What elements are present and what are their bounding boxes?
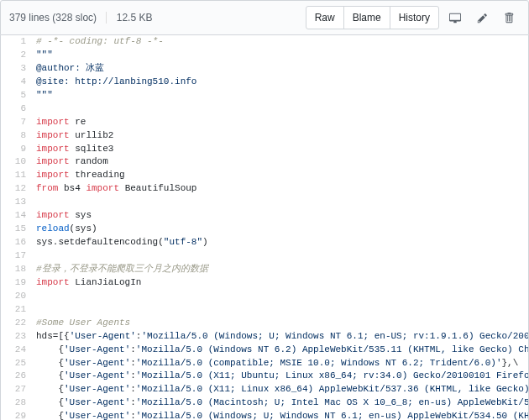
code-line: 15reload(sys) <box>1 223 529 236</box>
line-number[interactable]: 23 <box>1 330 33 344</box>
code-line: 23hds=[{'User-Agent':'Mozilla/5.0 (Windo… <box>1 330 529 344</box>
code-line: 10import random <box>1 155 529 169</box>
code-line: 17 <box>1 249 529 263</box>
line-content: #登录，不登录不能爬取三个月之内的数据 <box>33 263 529 276</box>
code-line: 8import urllib2 <box>1 129 529 143</box>
code-line: 21 <box>1 303 529 317</box>
line-number[interactable]: 3 <box>1 62 33 76</box>
line-content: {'User-Agent':'Mozilla/5.0 (Windows; U; … <box>33 410 529 420</box>
line-content: {'User-Agent':'Mozilla/5.0 (X11; Ubuntu;… <box>33 370 529 383</box>
line-number[interactable]: 27 <box>1 383 33 396</box>
code-line: 28 {'User-Agent':'Mozilla/5.0 (Macintosh… <box>1 396 529 410</box>
line-number[interactable]: 5 <box>1 89 33 102</box>
line-content: # -*- coding: utf-8 -*- <box>33 35 529 49</box>
blame-button[interactable]: Blame <box>343 6 390 29</box>
line-content: import threading <box>33 169 529 182</box>
code-line: 13 <box>1 196 529 209</box>
code-line: 11import threading <box>1 169 529 182</box>
code-line: 27 {'User-Agent':'Mozilla/5.0 (X11; Linu… <box>1 383 529 396</box>
line-number[interactable]: 2 <box>1 49 33 62</box>
code-line: 29 {'User-Agent':'Mozilla/5.0 (Windows; … <box>1 410 529 420</box>
code-line: 18#登录，不登录不能爬取三个月之内的数据 <box>1 263 529 276</box>
line-content <box>33 303 529 317</box>
line-number[interactable]: 7 <box>1 116 33 129</box>
line-number[interactable]: 28 <box>1 396 33 410</box>
code-line: 16sys.setdefaultencoding("utf-8") <box>1 236 529 249</box>
line-number[interactable]: 14 <box>1 209 33 223</box>
line-number[interactable]: 21 <box>1 303 33 317</box>
line-content: """ <box>33 89 529 102</box>
code-line: 22#Some User Agents <box>1 317 529 330</box>
code-line: 6 <box>1 102 529 116</box>
code-line: 2""" <box>1 49 529 62</box>
code-line: 4@site: http://lanbing510.info <box>1 76 529 89</box>
file-size: 12.5 KB <box>117 12 153 24</box>
pencil-icon[interactable] <box>471 7 493 29</box>
file-header: 379 lines (328 sloc) 12.5 KB Raw Blame H… <box>0 0 529 35</box>
code-line: 3@author: 冰蓝 <box>1 62 529 76</box>
trash-icon[interactable] <box>498 7 520 29</box>
code-line: 14import sys <box>1 209 529 223</box>
line-content: {'User-Agent':'Mozilla/5.0 (X11; Linux x… <box>33 383 529 396</box>
line-number[interactable]: 10 <box>1 155 33 169</box>
divider <box>106 12 107 24</box>
line-number[interactable]: 18 <box>1 263 33 276</box>
line-content: {'User-Agent':'Mozilla/5.0 (compatible; … <box>33 357 529 370</box>
line-content <box>33 249 529 263</box>
code-line: 12from bs4 import BeautifulSoup <box>1 182 529 196</box>
line-content: import sys <box>33 209 529 223</box>
line-number[interactable]: 16 <box>1 236 33 249</box>
code-viewer: 1# -*- coding: utf-8 -*-2"""3@author: 冰蓝… <box>0 35 529 420</box>
line-number[interactable]: 8 <box>1 129 33 143</box>
code-line: 26 {'User-Agent':'Mozilla/5.0 (X11; Ubun… <box>1 370 529 383</box>
desktop-icon[interactable] <box>444 7 466 29</box>
line-content: """ <box>33 49 529 62</box>
line-number[interactable]: 4 <box>1 76 33 89</box>
line-content: {'User-Agent':'Mozilla/5.0 (Macintosh; U… <box>33 396 529 410</box>
line-number[interactable]: 24 <box>1 344 33 357</box>
line-content: import sqlite3 <box>33 143 529 156</box>
line-number[interactable]: 9 <box>1 143 33 156</box>
line-content: import urllib2 <box>33 129 529 143</box>
code-line: 7import re <box>1 116 529 129</box>
line-number[interactable]: 12 <box>1 182 33 196</box>
history-button[interactable]: History <box>390 6 439 29</box>
line-number[interactable]: 20 <box>1 290 33 303</box>
line-content: @site: http://lanbing510.info <box>33 76 529 89</box>
line-content: import random <box>33 155 529 169</box>
code-line: 5""" <box>1 89 529 102</box>
code-line: 25 {'User-Agent':'Mozilla/5.0 (compatibl… <box>1 357 529 370</box>
line-content <box>33 290 529 303</box>
code-line: 9import sqlite3 <box>1 143 529 156</box>
code-line: 1# -*- coding: utf-8 -*- <box>1 35 529 49</box>
line-number[interactable]: 22 <box>1 317 33 330</box>
code-table: 1# -*- coding: utf-8 -*-2"""3@author: 冰蓝… <box>1 35 529 420</box>
code-line: 20 <box>1 290 529 303</box>
line-number[interactable]: 15 <box>1 223 33 236</box>
line-content: #Some User Agents <box>33 317 529 330</box>
line-number[interactable]: 29 <box>1 410 33 420</box>
line-number[interactable]: 11 <box>1 169 33 182</box>
file-actions: Raw Blame History <box>306 6 520 29</box>
line-number[interactable]: 19 <box>1 276 33 290</box>
line-number[interactable]: 1 <box>1 35 33 49</box>
line-number[interactable]: 6 <box>1 102 33 116</box>
code-line: 19import LianJiaLogIn <box>1 276 529 290</box>
line-number[interactable]: 25 <box>1 357 33 370</box>
file-info: 379 lines (328 sloc) 12.5 KB <box>9 12 152 24</box>
line-content: import LianJiaLogIn <box>33 276 529 290</box>
line-number[interactable]: 26 <box>1 370 33 383</box>
code-line: 24 {'User-Agent':'Mozilla/5.0 (Windows N… <box>1 344 529 357</box>
line-content: @author: 冰蓝 <box>33 62 529 76</box>
line-number[interactable]: 13 <box>1 196 33 209</box>
line-content <box>33 102 529 116</box>
line-content: {'User-Agent':'Mozilla/5.0 (Windows NT 6… <box>33 344 529 357</box>
line-content: hds=[{'User-Agent':'Mozilla/5.0 (Windows… <box>33 330 529 344</box>
line-content <box>33 196 529 209</box>
line-content: reload(sys) <box>33 223 529 236</box>
raw-button[interactable]: Raw <box>306 6 344 29</box>
button-group: Raw Blame History <box>306 6 439 29</box>
line-count: 379 lines (328 sloc) <box>9 12 97 24</box>
line-content: import re <box>33 116 529 129</box>
line-number[interactable]: 17 <box>1 249 33 263</box>
